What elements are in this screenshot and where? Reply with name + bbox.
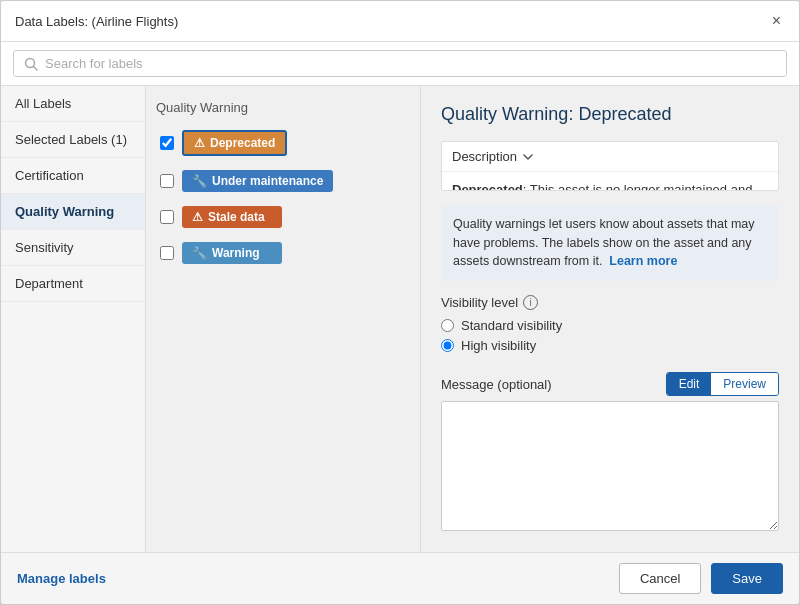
sidebar-item-sensitivity[interactable]: Sensitivity [1, 230, 145, 266]
description-box: Description Deprecated: This asset is no… [441, 141, 779, 191]
maintenance-label: Under maintenance [212, 174, 323, 188]
sidebar-item-certification[interactable]: Certification [1, 158, 145, 194]
message-header: Message (optional) Edit Preview [441, 372, 779, 396]
manage-labels-link[interactable]: Manage labels [17, 571, 106, 586]
search-input-wrap [13, 50, 787, 77]
standard-visibility-radio[interactable] [441, 319, 454, 332]
footer: Manage labels Cancel Save [1, 552, 799, 604]
list-item: ⚠ Deprecated [156, 125, 410, 161]
deprecated-icon: ⚠ [194, 136, 205, 150]
maintenance-icon: 🔧 [192, 174, 207, 188]
middle-panel-title: Quality Warning [156, 100, 410, 115]
sidebar-item-all-labels[interactable]: All Labels [1, 86, 145, 122]
dialog-title: Data Labels: (Airline Flights) [15, 14, 178, 29]
tab-edit[interactable]: Edit [667, 373, 712, 395]
sidebar-item-department[interactable]: Department [1, 266, 145, 302]
maintenance-badge[interactable]: 🔧 Under maintenance [182, 170, 333, 192]
middle-panel: Quality Warning ⚠ Deprecated 🔧 Under mai… [146, 86, 421, 552]
footer-buttons: Cancel Save [619, 563, 783, 594]
search-icon [24, 57, 38, 71]
standard-visibility-option[interactable]: Standard visibility [441, 318, 779, 333]
stale-icon: ⚠ [192, 210, 203, 224]
description-label: Description [452, 149, 517, 164]
standard-visibility-label: Standard visibility [461, 318, 562, 333]
list-item: 🔧 Under maintenance [156, 165, 410, 197]
cancel-button[interactable]: Cancel [619, 563, 701, 594]
maintenance-checkbox[interactable] [160, 174, 174, 188]
stale-badge[interactable]: ⚠ Stale data [182, 206, 282, 228]
sidebar-item-selected-labels[interactable]: Selected Labels (1) [1, 122, 145, 158]
search-input[interactable] [45, 56, 776, 71]
high-visibility-radio[interactable] [441, 339, 454, 352]
high-visibility-option[interactable]: High visibility [441, 338, 779, 353]
stale-checkbox[interactable] [160, 210, 174, 224]
search-bar [1, 42, 799, 86]
warning-checkbox[interactable] [160, 246, 174, 260]
title-bar: Data Labels: (Airline Flights) × [1, 1, 799, 42]
learn-more-link[interactable]: Learn more [609, 254, 677, 268]
sidebar-item-quality-warning[interactable]: Quality Warning [1, 194, 145, 230]
main-content: All Labels Selected Labels (1) Certifica… [1, 86, 799, 552]
warning-badge[interactable]: 🔧 Warning [182, 242, 282, 264]
close-button[interactable]: × [768, 11, 785, 31]
stale-label: Stale data [208, 210, 265, 224]
description-header[interactable]: Description [442, 142, 778, 172]
tab-group: Edit Preview [666, 372, 779, 396]
deprecated-checkbox[interactable] [160, 136, 174, 150]
right-panel: Quality Warning: Deprecated Description … [421, 86, 799, 552]
visibility-label-row: Visibility level i [441, 295, 779, 310]
tab-preview[interactable]: Preview [711, 373, 778, 395]
high-visibility-label: High visibility [461, 338, 536, 353]
info-text: Quality warnings let users know about as… [441, 205, 779, 281]
message-textarea[interactable] [441, 401, 779, 531]
message-label: Message (optional) [441, 377, 552, 392]
chevron-down-icon [522, 151, 534, 163]
info-icon[interactable]: i [523, 295, 538, 310]
description-body: Deprecated: This asset is no longer main… [442, 172, 778, 191]
list-item: 🔧 Warning [156, 237, 410, 269]
right-panel-title: Quality Warning: Deprecated [441, 104, 779, 125]
save-button[interactable]: Save [711, 563, 783, 594]
sidebar: All Labels Selected Labels (1) Certifica… [1, 86, 146, 552]
description-bold: Deprecated [452, 182, 523, 191]
list-item: ⚠ Stale data [156, 201, 410, 233]
svg-line-1 [34, 66, 38, 70]
warning-icon: 🔧 [192, 246, 207, 260]
warning-label: Warning [212, 246, 260, 260]
visibility-section: Visibility level i Standard visibility H… [441, 295, 779, 358]
deprecated-badge[interactable]: ⚠ Deprecated [182, 130, 287, 156]
info-body: Quality warnings let users know about as… [453, 217, 755, 269]
visibility-label-text: Visibility level [441, 295, 518, 310]
dialog: Data Labels: (Airline Flights) × All Lab… [0, 0, 800, 605]
message-section: Message (optional) Edit Preview [441, 372, 779, 534]
deprecated-label: Deprecated [210, 136, 275, 150]
